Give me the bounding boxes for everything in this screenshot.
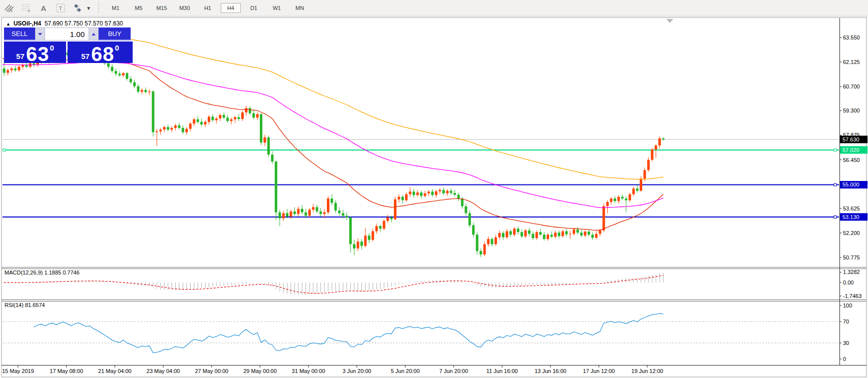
rsi-indicator	[3, 314, 839, 353]
time-axis-label: 27 May 00:00	[195, 368, 228, 374]
time-axis-label: 17 May 08:00	[50, 368, 83, 374]
sell-price-sup: 0	[50, 44, 54, 52]
line-handle[interactable]	[3, 148, 6, 151]
macd-scale-label: -1.7463	[843, 293, 861, 299]
line-handle[interactable]	[834, 148, 836, 151]
price-tick-label: 52.200	[843, 230, 860, 236]
symbol-title: USOil-,H4	[14, 20, 41, 27]
buy-quote-button[interactable]: 57680	[68, 42, 133, 63]
buy-price-big: 68	[91, 46, 115, 62]
macd-scale-label: 1.3282	[843, 269, 860, 275]
volume-input[interactable]	[45, 28, 89, 40]
sell-quote-button[interactable]: 57630	[4, 42, 66, 63]
buy-price-sup: 0	[115, 44, 119, 52]
time-axis-label: 31 May 00:00	[292, 368, 325, 374]
price-tick-label: 62.125	[843, 59, 860, 65]
collapse-arrow-icon[interactable]: ▲	[6, 22, 11, 26]
time-axis-label: 11 Jun 16:00	[487, 368, 518, 374]
rsi-label: RSI(14) 81.6574	[5, 302, 45, 308]
rsi-scale-label: 30	[843, 340, 849, 346]
chart-symbol-header: ▲USOil-,H4 57.690 57.750 57.570 57.630	[6, 20, 123, 27]
time-axis-label: 5 Jun 20:00	[391, 368, 420, 374]
time-axis-label: 13 Jun 16:00	[535, 368, 567, 374]
price-tick-label: 56.450	[843, 157, 860, 163]
macd-indicator	[1, 273, 663, 295]
ma-mid-line	[1, 62, 663, 208]
price-tick-label: 59.300	[843, 108, 860, 114]
chart-objects[interactable]	[3, 140, 839, 218]
ma-slow-line	[127, 39, 663, 180]
price-marker-label: 53.130	[842, 214, 859, 220]
time-axis-label: 15 May 2019	[2, 368, 34, 374]
time-axis-label: 7 Jun 20:00	[440, 368, 469, 374]
price-marker-label: 57.630	[842, 136, 859, 142]
line-handle[interactable]	[834, 216, 836, 218]
volume-decrease-button[interactable]	[35, 28, 45, 40]
time-axis-label: 19 Jun 12:00	[631, 368, 663, 374]
macd-scale-label: 0.00	[843, 280, 853, 286]
macd-label: MACD(12,26,9) 1.1885 0.7746	[5, 270, 80, 276]
buy-price-prefix: 57	[81, 52, 90, 60]
scroll-to-end-icon[interactable]	[666, 19, 673, 23]
rsi-scale-label: 100	[843, 302, 852, 308]
time-axis-label: 29 May 00:00	[243, 368, 277, 374]
price-marker-label: 57.020	[842, 147, 859, 153]
time-axis-label: 3 Jun 20:00	[342, 368, 371, 374]
candlesticks	[0, 48, 665, 257]
price-tick-label: 50.775	[843, 254, 860, 260]
sell-button[interactable]: SELL	[4, 28, 35, 40]
chart-window-frame	[2, 18, 866, 377]
rsi-scale-label: 0	[843, 356, 846, 362]
price-marker-label: 55.000	[842, 182, 859, 188]
ohlc-values: 57.690 57.750 57.570 57.630	[45, 20, 123, 27]
trading-platform-window: E F A T	[0, 0, 868, 378]
sell-price-prefix: 57	[16, 52, 25, 60]
line-handle[interactable]	[834, 184, 836, 186]
one-click-trading-panel: SELL BUY 57630 57680	[4, 28, 133, 63]
price-tick-label: 63.550	[843, 34, 860, 40]
volume-increase-button[interactable]	[89, 28, 99, 40]
time-axis-label: 21 May 04:00	[98, 368, 132, 374]
sell-price-big: 63	[26, 46, 50, 62]
price-tick-label: 53.625	[843, 206, 860, 212]
buy-button[interactable]: BUY	[99, 28, 131, 40]
time-axis-label: 17 Jun 12:00	[583, 368, 615, 374]
rsi-scale-label: 70	[843, 318, 849, 324]
price-tick-label: 60.700	[843, 84, 860, 90]
time-axis-label: 23 May 04:00	[147, 368, 180, 374]
